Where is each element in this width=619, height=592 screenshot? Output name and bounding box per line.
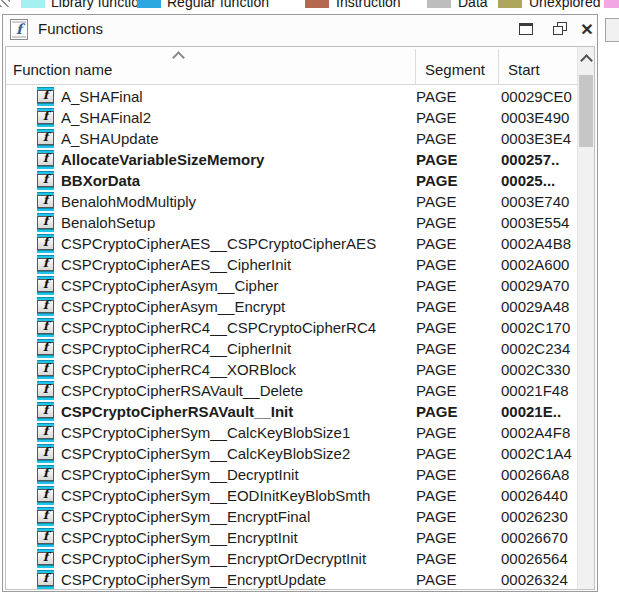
- function-icon: f: [37, 528, 54, 547]
- table-row[interactable]: f CSPCryptoCipherSym__CalcKeyBlobSize2 P…: [6, 443, 577, 464]
- table-row[interactable]: f CSPCryptoCipherRC4__CSPCryptoCipherRC4…: [6, 317, 577, 338]
- function-icon: f: [37, 549, 54, 568]
- legend-color-swatch: [604, 0, 619, 8]
- function-name-cell: CSPCryptoCipherRSAVault__Delete: [61, 380, 303, 401]
- legend-color-swatch: [137, 0, 161, 8]
- maximize-icon: [519, 23, 533, 35]
- vertical-scrollbar[interactable]: [577, 47, 594, 589]
- start-address-cell: 0002A4F8: [501, 422, 577, 443]
- scroll-up-button[interactable]: [578, 47, 594, 69]
- start-address-cell: 0003E554: [501, 212, 577, 233]
- function-name-cell: CSPCryptoCipherSym__CalcKeyBlobSize2: [61, 443, 350, 464]
- legend-label: Regular function: [167, 0, 269, 12]
- column-divider: [498, 49, 499, 84]
- start-address-cell: 000266A8: [501, 464, 577, 485]
- table-row[interactable]: f CSPCryptoCipherAsym__Cipher PAGE 00029…: [6, 275, 577, 296]
- table-row[interactable]: f CSPCryptoCipherRSAVault__Delete PAGE 0…: [6, 380, 577, 401]
- legend-label: Unexplored: [529, 0, 601, 12]
- functions-window: f Functions ✕ Function name Segment Star…: [2, 14, 598, 592]
- table-row[interactable]: f CSPCryptoCipherAES__CipherInit PAGE 00…: [6, 254, 577, 275]
- segment-cell: PAGE: [416, 380, 457, 401]
- restore-button[interactable]: [548, 20, 574, 40]
- navband-legend: Library function Regular function Instru…: [0, 0, 619, 14]
- table-row[interactable]: f AllocateVariableSizeMemory PAGE 000257…: [6, 149, 577, 170]
- table-row[interactable]: f CSPCryptoCipherSym__EncryptInit PAGE 0…: [6, 527, 577, 548]
- function-icon: f: [37, 108, 54, 127]
- segment-cell: PAGE: [416, 233, 457, 254]
- table-row[interactable]: f CSPCryptoCipherSym__EncryptOrDecryptIn…: [6, 548, 577, 569]
- segment-cell: PAGE: [416, 422, 457, 443]
- function-icon: f: [37, 213, 54, 232]
- segment-cell: PAGE: [416, 212, 457, 233]
- segment-cell: PAGE: [416, 254, 457, 275]
- function-name-cell: CSPCryptoCipherRC4__XORBlock: [61, 359, 296, 380]
- segment-cell: PAGE: [416, 128, 457, 149]
- column-header-function-name[interactable]: Function name: [13, 61, 112, 78]
- function-icon: f: [37, 507, 54, 526]
- functions-window-titlebar[interactable]: f Functions ✕: [3, 15, 597, 45]
- table-row[interactable]: f CSPCryptoCipherSym__CalcKeyBlobSize1 P…: [6, 422, 577, 443]
- table-row[interactable]: f A_SHAFinal PAGE 00029CE0: [6, 86, 577, 107]
- table-row[interactable]: f CSPCryptoCipherRC4__CipherInit PAGE 00…: [6, 338, 577, 359]
- adjacent-window-fragment: [605, 18, 619, 42]
- table-row[interactable]: f CSPCryptoCipherAES__CSPCryptoCipherAES…: [6, 233, 577, 254]
- function-name-cell: CSPCryptoCipherSym__EncryptFinal: [61, 506, 310, 527]
- legend-color-swatch: [21, 0, 45, 8]
- segment-cell: PAGE: [416, 170, 457, 191]
- function-icon: f: [37, 402, 54, 421]
- segment-cell: PAGE: [416, 296, 457, 317]
- table-row[interactable]: f CSPCryptoCipherSym__DecryptInit PAGE 0…: [6, 464, 577, 485]
- start-address-cell: 0002C234: [501, 338, 577, 359]
- segment-cell: PAGE: [416, 191, 457, 212]
- segment-cell: PAGE: [416, 527, 457, 548]
- start-address-cell: 00026230: [501, 506, 577, 527]
- start-address-cell: 00021E..: [501, 401, 577, 422]
- column-header-start[interactable]: Start: [508, 61, 540, 78]
- table-row[interactable]: f CSPCryptoCipherRSAVault__Init PAGE 000…: [6, 401, 577, 422]
- segment-cell: PAGE: [416, 107, 457, 128]
- function-name-cell: BBXorData: [61, 170, 140, 191]
- function-icon: f: [37, 297, 54, 316]
- segment-cell: PAGE: [416, 464, 457, 485]
- start-address-cell: 00026324: [501, 569, 577, 589]
- table-row[interactable]: f A_SHAFinal2 PAGE 0003E490: [6, 107, 577, 128]
- function-name-cell: A_SHAUpdate: [61, 128, 159, 149]
- function-icon: f: [37, 360, 54, 379]
- table-row[interactable]: f CSPCryptoCipherSym__EncryptFinal PAGE …: [6, 506, 577, 527]
- scrollbar-thumb[interactable]: [579, 75, 593, 147]
- table-row[interactable]: f A_SHAUpdate PAGE 0003E3E4: [6, 128, 577, 149]
- start-address-cell: 0002A600: [501, 254, 577, 275]
- legend-label: Instruction: [336, 0, 401, 12]
- segment-cell: PAGE: [416, 569, 457, 589]
- table-row[interactable]: f BBXorData PAGE 00025...: [6, 170, 577, 191]
- table-row[interactable]: f BenalohSetup PAGE 0003E554: [6, 212, 577, 233]
- function-name-cell: BenalohSetup: [61, 212, 155, 233]
- segment-cell: PAGE: [416, 548, 457, 569]
- table-row[interactable]: f CSPCryptoCipherSym__EncryptUpdate PAGE…: [6, 569, 577, 589]
- legend-color-swatch: [498, 0, 522, 8]
- table-row[interactable]: f CSPCryptoCipherAsym__Encrypt PAGE 0002…: [6, 296, 577, 317]
- column-header-segment[interactable]: Segment: [425, 61, 485, 78]
- close-icon: ✕: [574, 20, 600, 40]
- function-icon: f: [37, 150, 54, 169]
- start-address-cell: 00029A70: [501, 275, 577, 296]
- legend-color-swatch: [305, 0, 329, 8]
- start-address-cell: 00021F48: [501, 380, 577, 401]
- table-row[interactable]: f CSPCryptoCipherRC4__XORBlock PAGE 0002…: [6, 359, 577, 380]
- function-name-cell: BenalohModMultiply: [61, 191, 196, 212]
- function-list: f A_SHAFinal PAGE 00029CE0 f A_SHAFinal2…: [6, 86, 577, 589]
- maximize-button[interactable]: [513, 20, 539, 40]
- start-address-cell: 0003E490: [501, 107, 577, 128]
- start-address-cell: 00025...: [501, 170, 577, 191]
- table-header: Function name Segment Start: [6, 47, 594, 85]
- segment-cell: PAGE: [416, 506, 457, 527]
- function-icon: f: [37, 192, 54, 211]
- table-row[interactable]: f CSPCryptoCipherSym__EODInitKeyBlobSmth…: [6, 485, 577, 506]
- start-address-cell: 0002A4B8: [501, 233, 577, 254]
- function-icon: f: [37, 444, 54, 463]
- table-row[interactable]: f BenalohModMultiply PAGE 0003E740: [6, 191, 577, 212]
- close-button[interactable]: ✕: [574, 20, 600, 40]
- screen: Library function Regular function Instru…: [0, 0, 619, 592]
- function-icon: f: [37, 171, 54, 190]
- start-address-cell: 0002C170: [501, 317, 577, 338]
